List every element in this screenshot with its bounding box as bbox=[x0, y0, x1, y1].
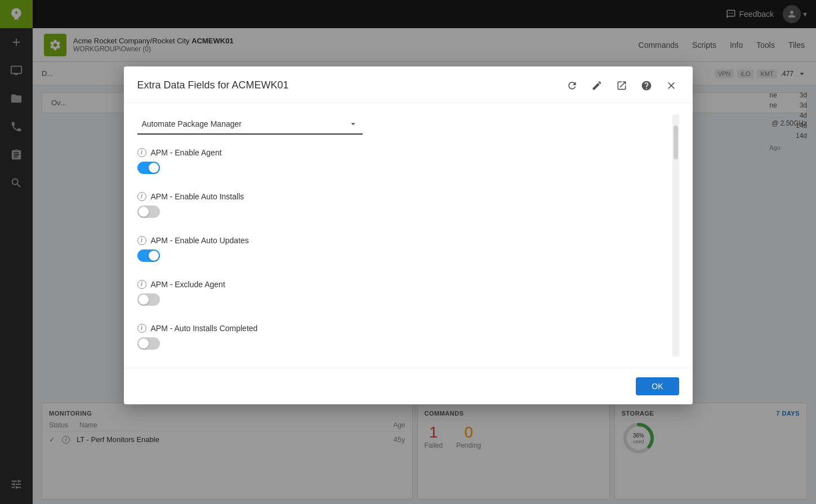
enable-auto-updates-label: APM - Enable Auto Updates bbox=[151, 236, 249, 245]
help-icon bbox=[641, 80, 652, 91]
ok-button[interactable]: OK bbox=[636, 377, 679, 395]
field-enable-auto-updates: i APM - Enable Auto Updates bbox=[137, 236, 672, 264]
enable-auto-installs-toggle[interactable] bbox=[137, 206, 160, 218]
edit-icon bbox=[591, 80, 603, 91]
refresh-icon bbox=[567, 80, 578, 91]
enable-auto-updates-info-icon[interactable]: i bbox=[137, 236, 146, 245]
enable-agent-thumb bbox=[149, 163, 159, 173]
modal-footer: OK bbox=[124, 368, 693, 404]
field-exclude-agent: i APM - Exclude Agent bbox=[137, 280, 672, 308]
enable-agent-info-icon[interactable]: i bbox=[137, 148, 146, 157]
enable-agent-toggle[interactable] bbox=[137, 162, 160, 174]
dropdown-chevron-icon bbox=[348, 119, 358, 129]
dropdown-value: Automate Package Manager bbox=[142, 119, 242, 128]
category-dropdown[interactable]: Automate Package Manager bbox=[137, 114, 363, 135]
auto-installs-completed-label: APM - Auto Installs Completed bbox=[151, 324, 258, 333]
enable-auto-installs-thumb bbox=[139, 207, 149, 217]
refresh-button[interactable] bbox=[564, 78, 580, 93]
background-page: Feedback ▾ Acme Rocket Company/Rocket Ci… bbox=[0, 0, 816, 504]
close-button[interactable] bbox=[663, 78, 679, 93]
modal-title: Extra Data Fields for ACMEWK01 bbox=[137, 79, 289, 91]
edit-button[interactable] bbox=[589, 78, 605, 93]
exclude-agent-thumb bbox=[139, 295, 149, 305]
modal-scrollbar-track[interactable] bbox=[672, 114, 679, 356]
auto-installs-completed-toggle[interactable] bbox=[137, 337, 160, 350]
exclude-agent-info-icon[interactable]: i bbox=[137, 280, 146, 289]
field-enable-auto-installs: i APM - Enable Auto Installs bbox=[137, 192, 672, 220]
field-auto-installs-completed: i APM - Auto Installs Completed bbox=[137, 324, 672, 352]
external-link-icon bbox=[616, 80, 627, 91]
help-button[interactable] bbox=[639, 78, 654, 93]
extra-data-fields-modal: Extra Data Fields for ACMEWK01 bbox=[124, 66, 693, 404]
modal-header: Extra Data Fields for ACMEWK01 bbox=[124, 66, 693, 103]
exclude-agent-toggle[interactable] bbox=[137, 293, 160, 306]
enable-auto-installs-info-icon[interactable]: i bbox=[137, 192, 146, 201]
field-enable-agent: i APM - Enable Agent bbox=[137, 148, 672, 176]
enable-auto-updates-thumb bbox=[149, 251, 159, 261]
modal-body: Automate Package Manager i APM - Enable … bbox=[124, 103, 693, 368]
enable-auto-installs-label: APM - Enable Auto Installs bbox=[151, 192, 244, 201]
exclude-agent-label: APM - Exclude Agent bbox=[151, 280, 225, 289]
close-icon bbox=[666, 80, 677, 91]
modal-content: Automate Package Manager i APM - Enable … bbox=[137, 114, 672, 356]
external-link-button[interactable] bbox=[614, 78, 630, 93]
auto-installs-completed-thumb bbox=[139, 338, 149, 349]
enable-auto-updates-toggle[interactable] bbox=[137, 249, 160, 262]
modal-actions bbox=[564, 78, 679, 93]
enable-agent-label: APM - Enable Agent bbox=[151, 148, 222, 157]
auto-installs-completed-info-icon[interactable]: i bbox=[137, 324, 146, 333]
modal-scrollbar-thumb[interactable] bbox=[674, 126, 678, 159]
